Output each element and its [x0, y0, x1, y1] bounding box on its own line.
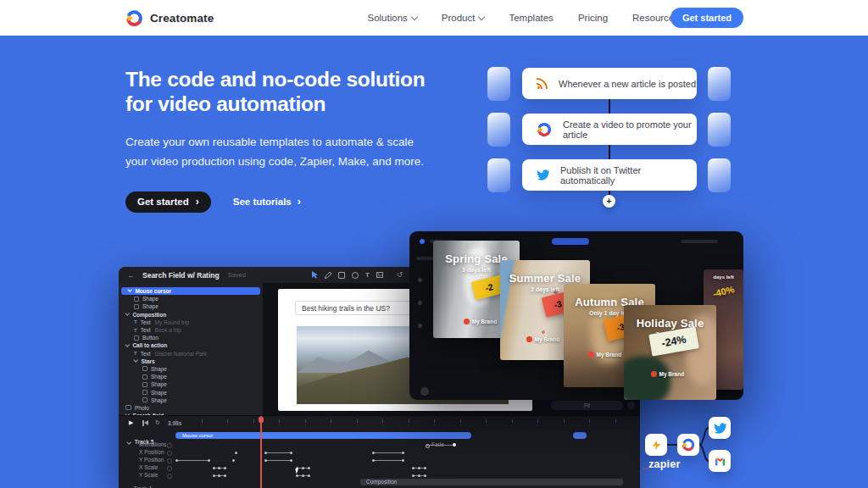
nav-item-templates[interactable]: Templates — [509, 13, 553, 23]
keyframe-dot[interactable] — [412, 467, 415, 469]
ghost-card — [708, 67, 731, 101]
layer-row-text[interactable]: TTextMy Round trip — [119, 319, 263, 326]
layer-row-text[interactable]: TTextBook a trip — [119, 326, 263, 334]
see-tutorials-link[interactable]: See tutorials › — [233, 197, 301, 207]
ghost-card — [708, 158, 731, 192]
keyframe-dot[interactable] — [372, 459, 375, 462]
keyframe-dot[interactable] — [290, 459, 292, 462]
keyframe-dot[interactable] — [218, 467, 220, 469]
keyframe-dot[interactable] — [224, 467, 226, 469]
layer-row-shape[interactable]: Shape — [119, 380, 263, 388]
avatar[interactable] — [420, 387, 429, 396]
keyframe-dot[interactable] — [402, 452, 404, 454]
nav-item-solutions[interactable]: Solutions — [368, 13, 417, 23]
nav-item-pricing[interactable]: Pricing — [578, 13, 608, 23]
twitter-tile[interactable] — [709, 417, 731, 439]
brand[interactable]: Creatomate — [125, 0, 214, 36]
text-icon: T — [134, 319, 137, 324]
keyframe-dot[interactable] — [372, 452, 375, 454]
workflow-step-card[interactable]: Publish it on Twitter automatically — [522, 159, 697, 191]
text-icon[interactable]: T — [365, 272, 370, 279]
keyframe-dot[interactable] — [424, 474, 426, 477]
gmail-tile[interactable] — [709, 450, 731, 472]
keyframe-dot[interactable] — [264, 459, 267, 462]
get-started-button[interactable]: Get started — [670, 8, 743, 28]
create-button-blur[interactable] — [552, 238, 589, 245]
add-step-button[interactable]: + — [603, 195, 615, 208]
layer-row-composition[interactable]: Composition — [119, 311, 263, 319]
shape-icon — [142, 397, 147, 402]
mouse-cursor-clip[interactable]: Mouse cursor — [175, 432, 471, 439]
clip-fragment[interactable] — [573, 432, 587, 439]
skip-start-button[interactable] — [142, 420, 148, 426]
workflow-step-card[interactable]: Create a video to promote your article — [522, 114, 697, 145]
composition-clip[interactable]: Composition — [360, 479, 623, 485]
keyframe-dot[interactable] — [235, 452, 237, 454]
play-button[interactable]: ▶ — [129, 419, 133, 425]
nav-items: SolutionsProductTemplatesPricingResource… — [368, 0, 689, 36]
playhead[interactable] — [260, 416, 262, 488]
row-label-y-scale: Y Scale — [139, 472, 158, 478]
help-button[interactable] — [627, 402, 635, 409]
layer-row-mouse-cursor[interactable]: Mouse cursor — [121, 287, 260, 295]
keyframe-dot[interactable] — [308, 474, 310, 477]
keyframe-dot[interactable] — [302, 474, 304, 477]
keyframe-dot[interactable] — [424, 467, 426, 469]
keyframe-dot[interactable] — [453, 443, 456, 446]
sale-card-holiday[interactable]: Holiday Sale7 days left-24%My Brand — [624, 305, 716, 400]
layer-row-shape[interactable]: Shape — [119, 365, 263, 373]
chevron-icon — [125, 313, 129, 315]
chevron-right-icon: › — [298, 197, 301, 207]
keyframe-dot[interactable] — [418, 467, 420, 469]
workflow-step-card[interactable]: Whenever a new article is posted — [522, 68, 697, 99]
layer-row-shape[interactable]: Shape — [119, 302, 263, 310]
layer-row-shape[interactable]: Shape — [119, 388, 263, 396]
keyframe-dot[interactable] — [213, 474, 215, 477]
layer-row-shape[interactable]: Shape — [119, 396, 263, 404]
keyframe-dot[interactable] — [218, 474, 220, 477]
keyframe-dot[interactable] — [402, 459, 404, 462]
nav-item-product[interactable]: Product — [442, 13, 485, 23]
keyframe-dot[interactable] — [175, 459, 178, 462]
creatomate-tile[interactable] — [677, 434, 699, 456]
layer-row-call-to-action[interactable]: Call to action — [119, 341, 263, 349]
keyframe-dot[interactable] — [426, 444, 430, 448]
keyframe-dot[interactable] — [308, 467, 310, 469]
loop-button[interactable]: ↻ — [155, 419, 160, 425]
track4-row[interactable]: Track 4 — [127, 479, 152, 488]
keyframe-dot[interactable] — [418, 474, 420, 477]
keyframe-dot[interactable] — [232, 459, 235, 462]
my-brand-logo: My Brand — [588, 352, 621, 358]
playhead-handle[interactable] — [259, 417, 264, 423]
pen-icon[interactable] — [325, 272, 331, 279]
keyframe-dot[interactable] — [213, 467, 215, 469]
layer-row-shape[interactable]: Shape — [119, 295, 263, 302]
keyframe-dot[interactable] — [264, 452, 267, 454]
keyframe-dot[interactable] — [302, 467, 304, 469]
keyframe-dot[interactable] — [412, 474, 415, 477]
rect-icon[interactable] — [338, 272, 345, 279]
nav-item-label: Pricing — [578, 13, 608, 23]
row-label-x-position: X Position — [139, 449, 164, 455]
keyframe-dot[interactable] — [290, 452, 292, 454]
zapier-tile[interactable] — [645, 434, 667, 456]
layer-row-text[interactable]: TTextGlacier National Park — [119, 350, 263, 358]
keyframe-dot[interactable] — [208, 459, 210, 462]
chevron-down-icon — [411, 13, 418, 19]
layer-row-stars[interactable]: Stars — [119, 358, 263, 365]
keyframe-dot[interactable] — [296, 474, 298, 477]
brand-dot-icon — [588, 352, 594, 358]
layer-row-button[interactable]: Button — [119, 334, 263, 341]
chevron-icon — [125, 345, 129, 347]
zoom-fit-pill[interactable]: Fit — [551, 401, 623, 410]
undo-icon[interactable]: ↺ — [397, 271, 403, 279]
cursor-icon[interactable] — [312, 271, 318, 279]
layer-row-shape[interactable]: Shape — [119, 373, 263, 380]
back-arrow-icon[interactable]: ← — [127, 271, 135, 280]
hero-get-started-button[interactable]: Get started › — [125, 191, 211, 213]
shape-icon — [142, 374, 147, 380]
layer-row-photo[interactable]: Photo — [119, 404, 263, 412]
keyframe-dot[interactable] — [224, 474, 226, 477]
ellipse-icon[interactable] — [352, 272, 359, 279]
image-icon[interactable] — [376, 272, 383, 278]
